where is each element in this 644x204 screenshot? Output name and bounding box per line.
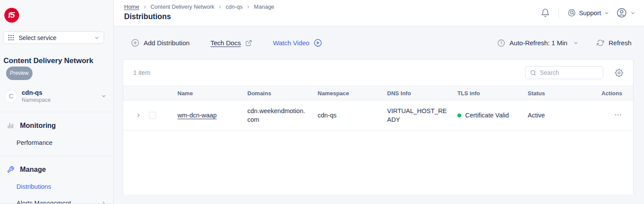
sidebar-item-performance[interactable]: Performance [16, 139, 107, 146]
external-link-icon [245, 40, 252, 47]
namespace-type-label: Namespace [22, 97, 96, 104]
row-domains: cdn.weekendmotion.com [247, 107, 307, 124]
table-card-header: 1 item [123, 60, 633, 86]
sidebar-performance-label: Performance [16, 139, 53, 146]
sidebar-section-manage: Manage Distributions Alerts Management [0, 156, 113, 204]
support-label: Support [579, 10, 601, 17]
refresh-label: Refresh [608, 39, 631, 47]
product-title-text: Content Delivery Network [3, 57, 93, 65]
bell-icon [541, 8, 550, 17]
play-circle-icon [314, 39, 322, 47]
chevron-right-icon [135, 112, 141, 118]
gear-icon [615, 69, 623, 77]
column-header-actions: Actions [598, 90, 633, 97]
sidebar-divider [0, 203, 113, 204]
row-actions-button[interactable] [614, 110, 622, 119]
support-menu[interactable]: Support [568, 9, 609, 17]
chevron-right-icon [143, 5, 147, 9]
wrench-icon [6, 166, 15, 173]
refresh-icon [597, 39, 604, 47]
namespace-selector[interactable]: C cdn-qs Namespace [3, 86, 110, 107]
sidebar-item-monitoring[interactable]: Monitoring [6, 122, 107, 130]
chevron-down-icon [604, 10, 609, 16]
main-area: Home Content Delivery Network cdn-qs Man… [114, 0, 644, 204]
column-header-dns-info: DNS Info [387, 90, 457, 97]
product-title: Content Delivery NetworkPreview [3, 55, 109, 80]
sidebar-manage-label: Manage [20, 166, 46, 174]
sidebar-distributions-label: Distributions [16, 183, 51, 190]
column-header-tls-info: TLS info [457, 90, 528, 97]
clock-icon [497, 39, 505, 47]
account-icon [616, 7, 627, 18]
watch-video-label: Watch Video [273, 39, 309, 47]
search-icon [530, 70, 536, 76]
row-status: Active [528, 111, 598, 120]
support-icon [568, 9, 576, 17]
plus-circle-icon [131, 39, 139, 47]
breadcrumb-manage: Manage [254, 3, 274, 10]
sidebar: f5 Select service Content Delivery Netwo… [0, 0, 114, 204]
row-namespace: cdn-qs [318, 111, 387, 120]
chevron-down-icon [94, 35, 99, 40]
table-row: wm-dcn-waap cdn.weekendmotion.com cdn-qs… [123, 100, 633, 130]
preview-badge: Preview [6, 67, 33, 80]
breadcrumb-namespace[interactable]: cdn-qs [226, 3, 243, 10]
distributions-table-card: 1 item N [123, 59, 634, 194]
column-header-namespace: Namespace [318, 90, 387, 97]
header-divider [559, 7, 559, 19]
top-header: Home Content Delivery Network cdn-qs Man… [114, 0, 644, 26]
row-checkbox[interactable] [149, 112, 156, 119]
row-dns-info: VIRTUAL_HOST_READY [387, 107, 450, 124]
search-box [525, 66, 603, 79]
page-title: Distributions [124, 12, 274, 21]
sidebar-monitoring-label: Monitoring [20, 122, 56, 130]
account-menu[interactable] [616, 7, 635, 18]
sidebar-item-manage[interactable]: Manage [6, 166, 107, 174]
chevron-right-icon [218, 5, 222, 9]
namespace-avatar: C [5, 90, 17, 102]
items-count: 1 item [133, 69, 525, 76]
grid-icon [8, 34, 14, 41]
table-header-row: Name Domains Namespace DNS Info TLS info… [123, 86, 633, 100]
table-settings-button[interactable] [615, 69, 623, 77]
page-toolbar: Add Distribution Tech Docs Watch Video [123, 37, 634, 49]
tech-docs-link[interactable]: Tech Docs [210, 39, 252, 47]
chevron-right-icon [246, 5, 250, 9]
chevron-down-icon [573, 40, 578, 46]
notifications-bell-button[interactable] [541, 8, 550, 17]
column-header-name: Name [177, 90, 247, 97]
breadcrumb-cdn[interactable]: Content Delivery Network [151, 3, 214, 10]
search-input[interactable] [540, 69, 598, 76]
f5-logo-text: f5 [8, 10, 15, 20]
row-tls-info: Certificate Valid [465, 111, 509, 120]
auto-refresh-label: Auto-Refresh: 1 Min [509, 39, 567, 47]
select-service-dropdown[interactable]: Select service [3, 31, 104, 44]
row-expand-button[interactable] [135, 112, 141, 118]
ellipsis-icon [614, 110, 622, 119]
select-service-label: Select service [19, 34, 90, 41]
add-distribution-button[interactable]: Add Distribution [131, 39, 190, 47]
auto-refresh-dropdown[interactable]: Auto-Refresh: 1 Min [497, 39, 578, 47]
distribution-name-link[interactable]: wm-dcn-waap [177, 112, 217, 119]
f5-logo: f5 [4, 8, 19, 23]
bar-chart-icon [6, 122, 15, 129]
tech-docs-label: Tech Docs [210, 39, 241, 47]
chevron-down-icon [101, 94, 106, 99]
add-distribution-label: Add Distribution [144, 39, 190, 47]
sidebar-section-monitoring: Monitoring Performance [0, 112, 113, 146]
column-header-domains: Domains [247, 90, 318, 97]
watch-video-link[interactable]: Watch Video [273, 39, 322, 47]
content-area: Add Distribution Tech Docs Watch Video [114, 26, 644, 204]
breadcrumb-home[interactable]: Home [124, 3, 139, 10]
column-header-status: Status [528, 90, 598, 97]
namespace-name: cdn-qs [22, 89, 96, 97]
refresh-button[interactable]: Refresh [597, 39, 631, 47]
tls-status-dot [457, 114, 461, 117]
sidebar-item-distributions[interactable]: Distributions [16, 183, 107, 190]
chevron-down-icon [630, 10, 635, 16]
breadcrumb: Home Content Delivery Network cdn-qs Man… [124, 3, 274, 10]
